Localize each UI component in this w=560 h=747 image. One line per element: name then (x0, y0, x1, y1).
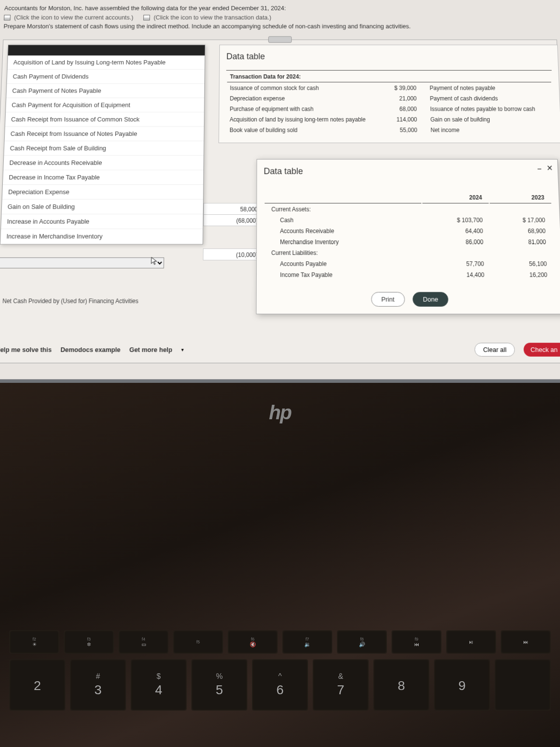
balance-table: 2024 2023 Current Assets: Cash$ 103,700$… (264, 191, 555, 281)
screen-area: Accountants for Morston, Inc. have assem… (0, 0, 560, 402)
table-row: Depreciation expense 21,000 Payment of c… (227, 93, 552, 103)
dropdown-header (8, 45, 205, 55)
dropdown-item[interactable]: Decrease in Accounts Receivable (3, 155, 203, 170)
key-9[interactable]: 9 (434, 659, 490, 711)
dropdown-item[interactable]: Cash Receipt from Sale of Building (4, 141, 203, 155)
clear-all-button[interactable]: Clear all (475, 343, 515, 357)
check-answer-button[interactable]: Check an (524, 343, 560, 357)
question-line1: Accountants for Morston, Inc. have assem… (4, 4, 556, 13)
number-row: 2 #3 $4 %5 ^6 &7 8 9 (0, 659, 560, 711)
key-3[interactable]: #3 (70, 659, 126, 711)
transactions-table: Transaction Data for 2024: Issuance of c… (226, 70, 554, 136)
key-f7[interactable]: f7🔉 (282, 630, 332, 654)
dropdown-item[interactable]: Cash Receipt from Issuance of Notes Paya… (5, 127, 204, 141)
key-0[interactable] (495, 659, 551, 711)
demo-link[interactable]: Demodocs example (60, 345, 120, 353)
table-row: Purchase of equipment with cash 68,000 I… (227, 104, 553, 113)
cursor-icon (150, 256, 159, 265)
table-row: Accounts Payable57,70056,100 (265, 259, 554, 268)
key-2[interactable]: 2 (9, 659, 65, 711)
question-line2: Prepare Morston's statement of cash flow… (3, 22, 556, 31)
panel-balance: – ✕ Data table 2024 2023 Current Assets:… (256, 159, 560, 314)
key-play[interactable]: ⏯ (446, 630, 496, 654)
table-row: Acquisition of land by issuing long-term… (227, 114, 553, 124)
dropdown-item[interactable]: Gain on Sale of Building (1, 199, 203, 214)
table-row: Issuance of common stock for cash $ 39,0… (227, 83, 552, 92)
keyboard: f2☀ f3✲ f4▭ f5 f6🔇 f7🔉 f8🔊 f9⏮ ⏯ ⏭ 2 #3 … (0, 626, 560, 747)
dropdown-item[interactable]: Increase in Accounts Payable (1, 214, 203, 229)
minimize-icon[interactable]: – (538, 164, 542, 172)
link-transaction-data[interactable]: (Click the icon to view the transaction … (154, 14, 271, 21)
key-f3[interactable]: f3✲ (64, 630, 114, 654)
table-row: Accounts Receivable64,40068,900 (265, 226, 553, 236)
dropdown-item[interactable]: Increase in Merchandise Inventory (0, 229, 203, 244)
dropdown-item[interactable]: Depreciation Expense (2, 184, 203, 199)
grid-icon[interactable] (143, 15, 150, 21)
done-button[interactable]: Done (413, 292, 448, 306)
work-area: Acquisition of Land by Issuing Long-term… (0, 39, 560, 363)
account-selector[interactable] (0, 257, 164, 268)
key-f9[interactable]: f9⏮ (392, 630, 441, 654)
panel-title: Data table (226, 51, 551, 61)
col-2023: 2023 (490, 192, 551, 203)
table-row: Income Tax Payable14,40016,200 (265, 270, 554, 280)
table-row: Book value of building sold 55,000 Net i… (227, 125, 553, 135)
hp-logo: hp (269, 402, 291, 424)
dropdown-item[interactable]: Cash Receipt from Issuance of Common Sto… (5, 112, 204, 127)
bottom-actions: Help me solve this Demodocs example Get … (0, 343, 560, 357)
section-financing-label: Net Cash Provided by (Used for) Financin… (2, 297, 139, 304)
link-current-accounts[interactable]: (Click the icon to view the current acco… (14, 14, 133, 21)
laptop-body: hp f2☀ f3✲ f4▭ f5 f6🔇 f7🔉 f8🔊 f9⏮ ⏯ ⏭ 2 … (0, 383, 560, 747)
dropdown-item[interactable]: Cash Payment for Acquisition of Equipmen… (6, 98, 204, 113)
trans-subtitle: Transaction Data for 2024: (227, 71, 551, 82)
key-4[interactable]: $4 (131, 659, 187, 711)
key-f6[interactable]: f6🔇 (228, 630, 278, 654)
panel-title: Data table (264, 166, 551, 176)
key-f8[interactable]: f8🔊 (337, 630, 387, 654)
dropdown-item[interactable]: Cash Payment of Dividends (7, 70, 205, 84)
key-8[interactable]: 8 (373, 659, 429, 711)
panel-transactions: Data table Transaction Data for 2024: Is… (218, 44, 560, 143)
key-6[interactable]: ^6 (252, 659, 308, 711)
close-icon[interactable]: ✕ (546, 163, 553, 173)
worksheet-cell[interactable]: (10,000) (203, 248, 261, 261)
worksheet-values: 58,000 (68,000) (10,000) (203, 203, 261, 260)
dropdown-item[interactable]: Cash Payment of Notes Payable (6, 84, 204, 98)
worksheet-cell[interactable]: 58,000 (203, 203, 261, 214)
key-7[interactable]: &7 (313, 659, 369, 711)
dropdown-item[interactable]: Acquisition of Land by Issuing Long-term… (7, 55, 205, 69)
print-button[interactable]: Print (371, 292, 405, 306)
key-next[interactable]: ⏭ (501, 630, 551, 654)
table-row: Merchandise Inventory86,00081,000 (265, 237, 553, 247)
dropdown-item[interactable]: Decrease in Income Tax Payable (3, 170, 203, 184)
table-row: Cash$ 103,700$ 17,000 (265, 215, 552, 225)
grid-icon[interactable] (4, 15, 11, 21)
active-dropdown-cell (0, 257, 203, 268)
fkey-row: f2☀ f3✲ f4▭ f5 f6🔇 f7🔉 f8🔊 f9⏮ ⏯ ⏭ (0, 630, 560, 654)
key-f4[interactable]: f4▭ (119, 630, 168, 654)
key-f5[interactable]: f5 (173, 630, 223, 654)
col-2024: 2024 (422, 192, 489, 203)
dropdown-list: Acquisition of Land by Issuing Long-term… (0, 44, 205, 244)
question-header: Accountants for Morston, Inc. have assem… (0, 0, 560, 35)
key-5[interactable]: %5 (191, 659, 247, 711)
key-f2[interactable]: f2☀ (9, 630, 59, 654)
resize-handle[interactable] (268, 36, 292, 42)
more-help-link[interactable]: Get more help (129, 345, 172, 353)
help-link[interactable]: Help me solve this (0, 345, 52, 353)
worksheet-cell[interactable]: (68,000) (203, 214, 261, 226)
